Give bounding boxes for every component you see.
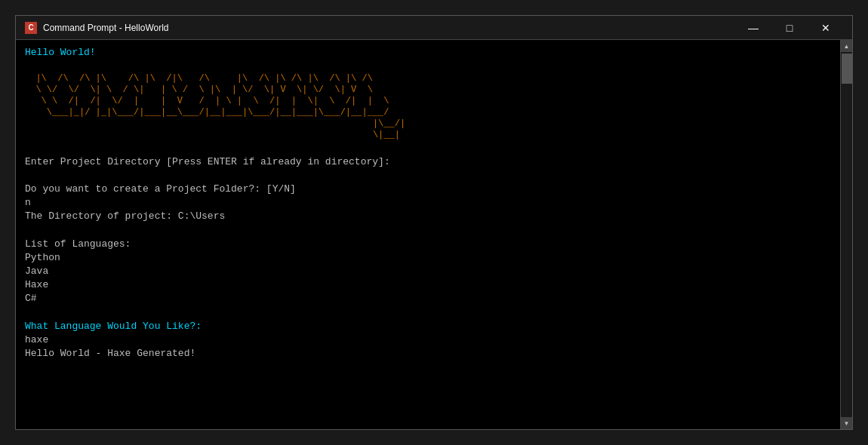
lang-python: Python [25, 251, 831, 265]
console-content[interactable]: Hello World! |\ /\ /\ |\ /\ |\ /|\ /\ |\… [16, 40, 840, 429]
lang-haxe: Haxe [25, 278, 831, 292]
result-line: Hello World - Haxe Generated! [25, 347, 831, 361]
minimize-button[interactable]: — [736, 16, 771, 40]
scrollbar[interactable]: ▲ ▼ [840, 40, 852, 429]
blank-line-1 [25, 60, 831, 73]
close-button[interactable]: ✕ [808, 16, 843, 40]
console-area: Hello World! |\ /\ /\ |\ /\ |\ /|\ /\ |\… [16, 40, 852, 429]
hello-world-line: Hello World! [25, 46, 831, 60]
ascii-art: |\ /\ /\ |\ /\ |\ /|\ /\ |\ /\ |\ /\ |\ … [25, 73, 831, 141]
window-icon: C [25, 22, 37, 34]
answer-n: n [25, 196, 831, 210]
scroll-thumb[interactable] [842, 54, 852, 84]
scroll-down-arrow[interactable]: ▼ [841, 417, 853, 429]
window-controls: — □ ✕ [736, 16, 843, 40]
create-folder-prompt: Do you want to create a Project Folder?:… [25, 183, 831, 196]
scroll-track[interactable] [841, 52, 852, 417]
window-title: Command Prompt - HelloWorld [43, 23, 736, 33]
language-prompt: What Language Would You Like?: [25, 320, 831, 333]
maximize-button[interactable]: □ [772, 16, 807, 40]
lang-csharp: C# [25, 292, 831, 305]
command-prompt-window: C Command Prompt - HelloWorld — □ ✕ Hell… [15, 15, 853, 430]
title-bar: C Command Prompt - HelloWorld — □ ✕ [16, 16, 852, 40]
enter-project-prompt: Enter Project Directory [Press ENTER if … [25, 155, 831, 169]
scroll-up-arrow[interactable]: ▲ [841, 40, 853, 52]
blank-line-2 [25, 141, 831, 155]
list-of-languages-header: List of Languages: [25, 238, 831, 251]
answer-haxe: haxe [25, 333, 831, 347]
blank-line-4 [25, 224, 831, 238]
blank-line-5 [25, 306, 831, 320]
blank-line-3 [25, 169, 831, 183]
directory-line: The Directory of project: C:\Users [25, 210, 831, 223]
lang-java: Java [25, 265, 831, 278]
